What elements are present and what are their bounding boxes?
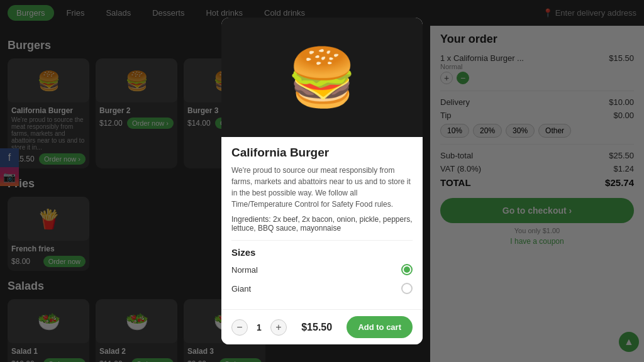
modal-body: California Burger We're proud to source … [221,137,423,309]
size-giant-radio[interactable] [401,283,413,294]
size-normal-radio[interactable] [401,264,413,275]
size-normal-label: Normal [231,265,258,275]
size-option-normal[interactable]: Normal [231,264,413,275]
modal-product-image: 🍔 [221,18,423,137]
modal-qty-value: 1 [253,322,265,332]
modal-title: California Burger [231,146,413,160]
product-modal: 🍔 ✕ California Burger We're proud to sou… [221,18,423,344]
modal-price: $15.50 [301,322,332,333]
add-to-cart-button[interactable]: Add to cart [347,316,413,338]
modal-qty-controls: − 1 + [231,319,287,336]
modal-increase-qty[interactable]: + [270,319,287,336]
modal-sizes-title: Sizes [231,240,413,258]
modal-ingredients: Ingredients: 2x beef, 2x bacon, onion, p… [231,215,413,233]
size-giant-label: Giant [231,284,251,293]
modal-footer: − 1 + $15.50 Add to cart [221,309,423,344]
modal-description: We're proud to source our meat responsib… [231,165,413,210]
burger-emoji: 🍔 [287,45,357,111]
size-option-giant[interactable]: Giant [231,283,413,294]
modal-decrease-qty[interactable]: − [231,319,248,336]
